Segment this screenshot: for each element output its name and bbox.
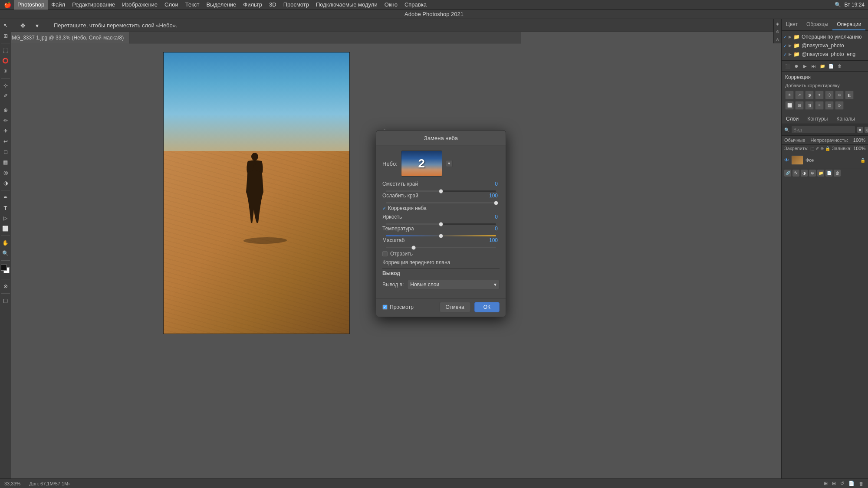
delete-layer-btn[interactable]: 🗑 bbox=[834, 170, 841, 177]
dodge-tool[interactable]: ◑ bbox=[1, 178, 10, 188]
ops-row-nasyrova[interactable]: ✓ ▶ 📁 @nasyrova_photo bbox=[782, 41, 868, 50]
screen-mode-btn[interactable]: ▢ bbox=[1, 296, 10, 305]
path-select-tool[interactable]: ▷ bbox=[1, 213, 10, 223]
korr-icon-brightness[interactable]: ☀ bbox=[785, 91, 794, 99]
lock-artboard-icon[interactable]: ⊕ bbox=[820, 146, 824, 151]
ops-add-btn[interactable]: 📁 bbox=[819, 62, 826, 69]
status-icon-2[interactable]: ⊞ bbox=[832, 481, 836, 486]
brightness-slider[interactable] bbox=[382, 223, 500, 225]
strip-icon-3[interactable]: A bbox=[775, 36, 781, 43]
document-tab[interactable]: × IMG_3337 1.jpg @ 33,3% (Небо, Слой-мас… bbox=[0, 32, 129, 43]
scale-thumb[interactable] bbox=[411, 246, 416, 250]
cancel-button[interactable]: Отмена bbox=[439, 302, 471, 312]
ops-play-btn[interactable]: ▶ bbox=[802, 62, 809, 69]
menu-plugins[interactable]: Подключаемые модули bbox=[312, 0, 381, 10]
artboard-tool[interactable]: ⊞ bbox=[1, 31, 10, 41]
invert-checkbox[interactable] bbox=[382, 251, 388, 256]
ops-row-nasyrova-eng[interactable]: ✓ ▶ 📁 @nasyrova_photo_eng bbox=[782, 50, 868, 59]
korr-icon-bw[interactable]: ◧ bbox=[845, 91, 854, 99]
eraser-tool[interactable]: ◻ bbox=[1, 147, 10, 157]
shift-edge-thumb[interactable] bbox=[439, 189, 443, 193]
sky-dropdown-btn[interactable]: ▼ bbox=[446, 160, 453, 167]
menu-text[interactable]: Текст bbox=[182, 0, 203, 10]
strip-icon-2[interactable]: ⊙ bbox=[775, 29, 781, 35]
korr-icon-curves[interactable]: ↗ bbox=[795, 91, 804, 99]
ops-new-btn[interactable]: 📄 bbox=[828, 62, 835, 69]
lock-all-icon[interactable]: 🔒 bbox=[825, 146, 830, 151]
layer-row-background[interactable]: 👁 Фон 🔒 bbox=[782, 154, 868, 166]
sky-correction-check[interactable]: ✓ bbox=[382, 206, 386, 211]
menu-image[interactable]: Изображение bbox=[118, 0, 161, 10]
ops-record-btn[interactable]: ⏺ bbox=[793, 62, 800, 69]
output-select[interactable]: Новые слои ▾ bbox=[407, 280, 500, 289]
filter-adj-btn[interactable]: ◑ bbox=[865, 127, 868, 133]
korr-icon-selective[interactable]: ⊙ bbox=[835, 101, 844, 110]
preview-checkbox[interactable] bbox=[382, 305, 388, 310]
fade-edge-thumb[interactable] bbox=[494, 201, 498, 205]
brightness-thumb[interactable] bbox=[439, 222, 443, 226]
gradient-tool[interactable]: ▦ bbox=[1, 157, 10, 167]
menu-select[interactable]: Выделение bbox=[203, 0, 240, 10]
layer-visible-icon[interactable]: 👁 bbox=[784, 157, 789, 163]
type-tool[interactable]: T bbox=[1, 203, 10, 213]
hand-tool[interactable]: ✋ bbox=[1, 238, 10, 248]
ok-button[interactable]: ОК bbox=[474, 302, 500, 312]
add-style-btn[interactable]: fx bbox=[792, 170, 799, 177]
strip-icon-1[interactable]: ◈ bbox=[775, 21, 781, 27]
korr-icon-vibrance[interactable]: ✦ bbox=[815, 91, 824, 99]
korr-icon-hsl[interactable]: ⬡ bbox=[825, 91, 834, 99]
ops-stop-btn[interactable]: ⬛ bbox=[784, 62, 791, 69]
ops-row-default[interactable]: ✓ ▶ 📁 Операции по умолчанию bbox=[782, 33, 868, 41]
tab-operations[interactable]: Операции bbox=[832, 19, 865, 30]
marquee-tool[interactable]: ⬚ bbox=[1, 46, 10, 55]
menu-layers[interactable]: Слои bbox=[161, 0, 182, 10]
korr-icon-gradient-map[interactable]: ▤ bbox=[825, 101, 834, 110]
add-mask-btn[interactable]: ◑ bbox=[801, 170, 808, 177]
shift-edge-slider[interactable] bbox=[382, 190, 500, 192]
lock-pixels-icon[interactable]: ⬚ bbox=[810, 146, 814, 151]
magic-wand-tool[interactable]: ✳ bbox=[1, 66, 10, 76]
tab-color[interactable]: Цвет bbox=[782, 19, 802, 30]
link-layers-btn[interactable]: 🔗 bbox=[784, 170, 791, 177]
clone-stamp-tool[interactable]: ✈ bbox=[1, 126, 10, 136]
filter-pixel-btn[interactable]: ■ bbox=[857, 127, 863, 133]
layers-tab-channels[interactable]: Каналы bbox=[832, 114, 859, 124]
menu-window[interactable]: Окно bbox=[381, 0, 401, 10]
new-group-btn[interactable]: 📁 bbox=[817, 170, 824, 177]
temperature-slider[interactable] bbox=[382, 235, 500, 236]
tab-swatches[interactable]: Образцы bbox=[802, 19, 832, 30]
shape-tool[interactable]: ⬜ bbox=[1, 224, 10, 233]
status-icon-1[interactable]: ⊞ bbox=[824, 481, 828, 486]
menu-filter[interactable]: Фильтр bbox=[240, 0, 266, 10]
menu-3d[interactable]: 3D bbox=[266, 0, 280, 10]
lock-position-icon[interactable]: ✐ bbox=[815, 146, 819, 151]
status-icon-4[interactable]: 📄 bbox=[848, 481, 855, 486]
status-icon-3[interactable]: ↺ bbox=[840, 481, 844, 486]
zoom-tool[interactable]: 🔍 bbox=[1, 249, 10, 258]
status-icon-5[interactable]: 🗑 bbox=[859, 481, 864, 486]
korr-icon-photofilter[interactable]: ⬜ bbox=[785, 101, 794, 110]
blur-tool[interactable]: ◎ bbox=[1, 168, 10, 177]
arrange-btn[interactable]: ✥ bbox=[17, 20, 29, 31]
menu-help[interactable]: Справка bbox=[401, 0, 430, 10]
add-adjustment-btn[interactable]: ⊕ bbox=[809, 170, 816, 177]
menu-photoshop[interactable]: Photoshop bbox=[14, 0, 48, 10]
fade-edge-slider[interactable] bbox=[382, 202, 500, 203]
dropdown-btn[interactable]: ▾ bbox=[31, 20, 43, 31]
color-swatches[interactable] bbox=[1, 265, 10, 277]
menu-edit[interactable]: Редактирование bbox=[69, 0, 118, 10]
ops-step-btn[interactable]: ⏭ bbox=[810, 62, 817, 69]
menu-view[interactable]: Просмотр bbox=[280, 0, 312, 10]
healing-brush-tool[interactable]: ⊕ bbox=[1, 105, 10, 115]
korr-icon-threshold[interactable]: ◨ bbox=[805, 101, 814, 110]
layers-search-input[interactable] bbox=[791, 126, 855, 134]
brush-tool[interactable]: ✏ bbox=[1, 116, 10, 125]
menu-file[interactable]: Файл bbox=[48, 0, 69, 10]
eyedropper-tool[interactable]: ✐ bbox=[1, 91, 10, 101]
crop-tool[interactable]: ⊹ bbox=[1, 81, 10, 90]
quick-mask-tool[interactable]: ⊗ bbox=[1, 282, 10, 291]
layers-tab-layers[interactable]: Слои bbox=[782, 114, 803, 124]
history-brush-tool[interactable]: ↩ bbox=[1, 137, 10, 146]
apple-menu[interactable]: 🍎 bbox=[3, 0, 11, 10]
new-layer-btn[interactable]: 📄 bbox=[825, 170, 832, 177]
